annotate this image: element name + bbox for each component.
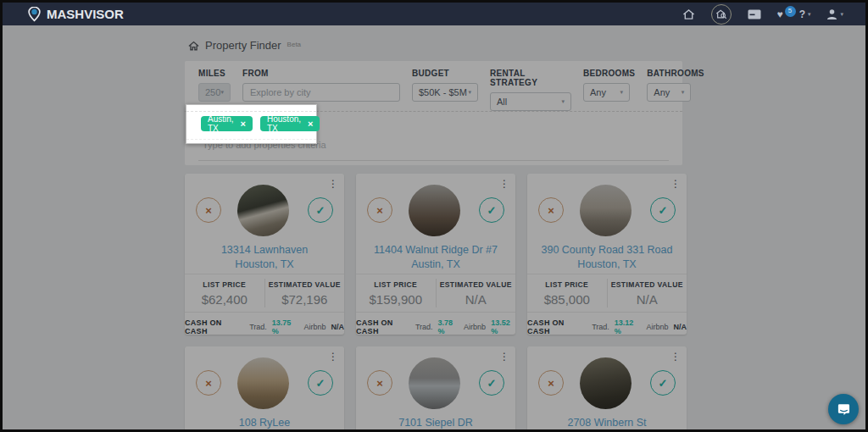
account-icon: [826, 8, 837, 20]
help-icon: ?: [799, 8, 805, 20]
mashvisor-logo[interactable]: MASHVISOR: [28, 6, 124, 22]
chevron-down-icon: ▾: [840, 11, 843, 18]
favorites-heart-icon[interactable]: ♥ 5: [777, 9, 783, 19]
remove-tag-icon[interactable]: ×: [241, 119, 246, 129]
tag-label: Houston, TX: [267, 114, 301, 133]
heart-glyph: ♥: [777, 9, 783, 19]
tutorial-dim-overlay: [3, 25, 865, 429]
dashed-separator: [186, 111, 316, 112]
remove-tag-icon[interactable]: ×: [308, 119, 313, 129]
brand-name: MASHVISOR: [47, 7, 124, 21]
map-pin-logo-icon: [28, 6, 41, 22]
home-icon[interactable]: [682, 8, 695, 20]
app-screen: MASHVISOR ♥ 5 ? ▾: [0, 0, 868, 432]
city-tag-austin[interactable]: Austin, TX ×: [201, 116, 253, 131]
city-tags: Austin, TX × Houston, TX ×: [201, 116, 320, 131]
top-navbar: MASHVISOR ♥ 5 ? ▾: [3, 3, 865, 25]
tag-label: Austin, TX: [208, 114, 234, 133]
tutorial-spotlight: Austin, TX × Houston, TX ×: [186, 104, 317, 144]
account-menu[interactable]: ▾: [826, 8, 843, 20]
chevron-down-icon: ▾: [808, 11, 811, 18]
dashed-separator: [186, 139, 316, 140]
navbar-actions: ♥ 5 ? ▾ ▾: [682, 4, 844, 25]
favorites-count-badge: 5: [785, 6, 796, 17]
chat-launcher-button[interactable]: [828, 394, 859, 424]
help-menu[interactable]: ? ▾: [799, 8, 811, 20]
property-finder-icon[interactable]: [711, 4, 732, 25]
chat-bubble-icon: [837, 402, 851, 417]
city-tag-houston[interactable]: Houston, TX ×: [260, 116, 320, 131]
billing-card-icon[interactable]: [748, 9, 761, 19]
